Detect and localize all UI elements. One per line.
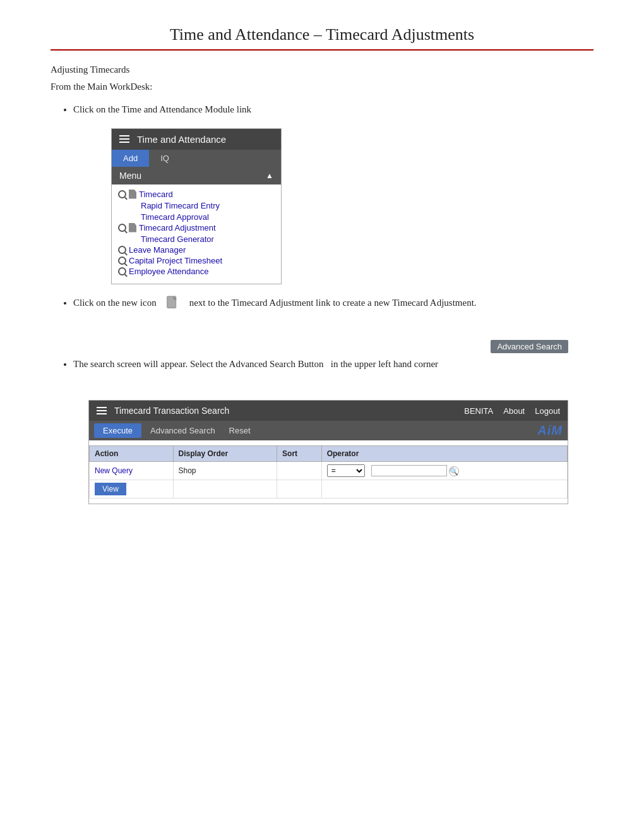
adjusting-timecards-label: Adjusting Timecards [51,64,593,75]
page-title: Time and Attendance – Timecard Adjustmen… [51,25,593,44]
search-icon-timecard-adjustment [118,224,126,232]
sort-cell-empty [277,480,322,499]
username-label: BENITA [464,406,493,416]
col-display-order: Display Order [173,446,277,462]
module-panel-title: Time and Attendance [137,134,226,145]
search-icon-capital-project [118,257,126,265]
menu-item-timecard-generator: Timecard Generator [141,234,278,244]
search-icon-leave-manager [118,246,126,254]
about-link[interactable]: About [503,406,525,416]
new-doc-icon [166,296,180,312]
tab-add-button[interactable]: Add [112,150,149,167]
col-action: Action [90,446,174,462]
search-panel-title: Timecard Transaction Search [114,406,229,416]
menu-arrow-icon: ▲ [266,171,273,180]
menu-item-timecard-approval: Timecard Approval [141,212,278,222]
execute-button[interactable]: Execute [94,423,141,438]
search-icon-timecard [118,190,126,198]
table-header-row: Action Display Order Sort Operator [90,446,568,462]
search-icon-employee-attendance [118,267,126,275]
search-panel-header-left: Timecard Transaction Search [97,406,229,416]
search-results-table: Action Display Order Sort Operator New Q… [89,445,568,499]
timecard-link[interactable]: Timecard [139,190,173,199]
operator-cell-empty [321,480,567,499]
menu-item-timecard: Timecard [118,190,278,199]
bullet-2: Click on the new icon next to the Timeca… [73,296,593,312]
col-operator: Operator [321,446,567,462]
search-panel-toolbar-left: Execute Advanced Search Reset [94,423,256,438]
advanced-search-toolbar-button[interactable]: Advanced Search [145,423,220,438]
action-cell-new-query: New Query [90,462,174,480]
menu-item-employee-attendance: Employee Attendance [118,267,278,276]
doc-icon-timecard-adjustment [129,223,136,233]
hamburger-icon-search [97,407,107,414]
reset-button[interactable]: Reset [224,423,256,438]
leave-manager-link[interactable]: Leave Manager [129,245,186,255]
menu-item-rapid-timecard-entry: Rapid Timecard Entry [141,200,278,210]
search-panel: Timecard Transaction Search BENITA About… [88,400,568,504]
search-table-wrapper: Action Display Order Sort Operator New Q… [89,440,568,504]
view-button[interactable]: View [95,483,126,495]
tab-iq-button[interactable]: IQ [149,150,181,167]
aim-logo: AiM [537,423,563,438]
menu-label: Menu [119,171,141,181]
logout-link[interactable]: Logout [535,406,560,416]
timecard-generator-link[interactable]: Timecard Generator [141,234,214,244]
search-panel-header: Timecard Transaction Search BENITA About… [89,401,568,421]
menu-item-leave-manager: Leave Manager [118,245,278,255]
table-row-view: View [90,480,568,499]
search-go-icon[interactable]: 🔍 [449,466,459,476]
col-sort: Sort [277,446,322,462]
display-order-cell-shop: Shop [173,462,277,480]
module-panel-tabs: Add IQ [112,150,281,167]
table-row: New Query Shop = != < > 🔍 [90,462,568,480]
operator-cell: = != < > 🔍 [321,462,567,480]
rapid-timecard-entry-link[interactable]: Rapid Timecard Entry [141,201,220,210]
hamburger-icon [119,135,129,143]
search-panel-toolbar: Execute Advanced Search Reset AiM [89,421,568,440]
timecard-approval-link[interactable]: Timecard Approval [141,212,209,222]
module-menu-bar: Menu ▲ [112,167,281,184]
timecard-adjustment-link[interactable]: Timecard Adjustment [139,223,216,233]
bullet-1: Click on the Time and Attendance Module … [73,102,593,117]
module-panel-header: Time and Attendance [112,129,281,150]
module-panel: Time and Attendance Add IQ Menu ▲ Timeca… [111,128,282,284]
search-panel-header-right: BENITA About Logout [464,406,560,416]
operator-select[interactable]: = != < > [327,464,365,477]
display-order-cell-empty [173,480,277,499]
employee-attendance-link[interactable]: Employee Attendance [129,267,208,276]
action-cell-view: View [90,480,174,499]
from-main-workdesk-label: From the Main WorkDesk: [51,82,593,92]
menu-item-capital-project-timesheet: Capital Project Timesheet [118,256,278,265]
operator-value-input[interactable] [371,465,447,476]
capital-project-timesheet-link[interactable]: Capital Project Timesheet [129,256,222,265]
new-query-link[interactable]: New Query [95,466,133,475]
module-panel-body: Timecard Rapid Timecard Entry Timecard A… [112,184,281,284]
advanced-search-button-float[interactable]: Advanced Search [491,340,568,353]
sort-cell [277,462,322,480]
bullet-3: The search screen will appear. Select th… [73,357,593,372]
menu-item-timecard-adjustment: Timecard Adjustment [118,223,278,233]
doc-icon-timecard [129,190,136,199]
